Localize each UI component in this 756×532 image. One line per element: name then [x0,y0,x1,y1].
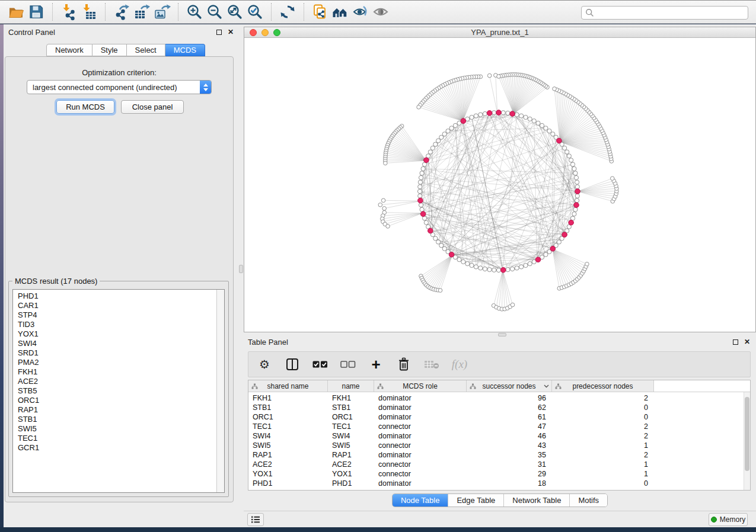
result-list-item[interactable]: GCR1 [13,443,224,453]
select-all-button[interactable] [312,357,328,372]
import-table-button[interactable] [79,2,99,22]
open-session-button[interactable] [6,2,26,22]
cell-mcds_role[interactable]: dominator [374,451,467,459]
table-row[interactable]: ACE2ACE2connector311 [248,460,750,469]
ring-node[interactable] [449,126,454,130]
ring-node[interactable] [424,220,428,225]
show-home-panel-button[interactable] [330,2,350,22]
ring-node[interactable] [563,146,567,150]
ring-node[interactable] [557,240,561,244]
ring-node[interactable] [506,111,510,115]
cell-successor_nodes[interactable]: 43 [467,441,552,450]
cell-mcds_role[interactable]: connector [374,460,467,469]
result-list-item[interactable]: ACE2 [13,377,224,386]
cell-name[interactable]: YOX1 [328,470,374,478]
cell-mcds_role[interactable]: dominator [374,394,467,402]
ring-node[interactable] [446,129,450,133]
ring-node[interactable] [442,132,446,136]
cell-successor_nodes[interactable]: 35 [467,451,552,459]
ring-node[interactable] [524,263,528,267]
mcds-node[interactable] [418,198,423,203]
mcds-result-list[interactable]: PHD1CAR1STP4TID3YOX1SWI4SRD1PMA2FKH1ACE2… [12,289,225,493]
cell-mcds_role[interactable]: dominator [374,432,467,440]
ring-node[interactable] [474,114,478,118]
function-builder-button[interactable]: f(x) [452,357,467,372]
ring-node[interactable] [470,115,474,119]
column-settings-button[interactable]: ⚙ [257,357,272,372]
export-table-button[interactable] [132,2,152,22]
leaf-node[interactable] [438,289,442,293]
ring-node[interactable] [483,111,487,116]
add-row-button[interactable]: + [368,357,384,372]
ring-node[interactable] [453,123,457,127]
run-mcds-button[interactable]: Run MCDS [56,100,114,114]
ring-node[interactable] [540,123,544,127]
float-window-icon[interactable] [733,339,738,345]
ring-node[interactable] [483,267,487,271]
cell-name[interactable]: SWI5 [328,441,374,450]
cell-name[interactable]: RAP1 [328,451,374,459]
float-window-icon[interactable] [216,30,222,35]
cell-successor_nodes[interactable]: 61 [467,413,552,421]
cell-shared_name[interactable]: SWI5 [248,441,328,450]
cell-successor_nodes[interactable]: 18 [467,479,552,488]
mcds-node[interactable] [575,189,580,194]
ring-node[interactable] [501,111,505,115]
cell-successor_nodes[interactable]: 46 [467,432,552,440]
ring-node[interactable] [492,268,496,272]
table-row[interactable]: FKH1FKH1dominator962 [248,393,750,403]
ring-node[interactable] [575,194,579,198]
tab-motifs[interactable]: Motifs [569,494,607,507]
ring-node[interactable] [547,129,551,133]
ring-node[interactable] [420,171,424,175]
ring-node[interactable] [532,119,536,123]
leaf-node[interactable] [381,198,385,203]
ring-node[interactable] [551,132,555,136]
cell-mcds_role[interactable]: connector [374,470,467,478]
ring-node[interactable] [569,158,573,162]
ring-node[interactable] [565,150,569,154]
ring-node[interactable] [479,113,483,117]
close-panel-button[interactable]: Close panel [121,100,184,114]
ring-node[interactable] [574,175,578,180]
leaf-node[interactable] [386,225,390,229]
tab-mcds[interactable]: MCDS [165,44,205,56]
memory-button[interactable]: Memory [709,513,748,526]
cell-mcds_role[interactable]: connector [374,441,467,450]
leaf-node[interactable] [378,203,382,207]
apply-layout-button[interactable] [277,2,298,22]
save-session-button[interactable] [26,2,46,22]
ring-node[interactable] [436,240,441,244]
ring-node[interactable] [442,246,446,251]
result-list-item[interactable]: TID3 [13,320,224,329]
result-list-item[interactable]: FKH1 [13,367,224,377]
show-hide-columns-button[interactable] [285,357,300,372]
ring-node[interactable] [544,252,548,257]
table-row[interactable]: PHD1PHD1dominator180 [248,479,750,488]
ring-node[interactable] [419,203,423,207]
cell-successor_nodes[interactable]: 47 [467,422,552,431]
leaf-node[interactable] [417,105,421,110]
ring-node[interactable] [417,189,422,193]
cell-predecessor_nodes[interactable]: 1 [552,470,654,478]
ring-node[interactable] [528,262,532,266]
ring-node[interactable] [506,268,510,272]
ring-node[interactable] [528,117,532,121]
leaf-node[interactable] [610,177,614,181]
leaf-node[interactable] [497,75,501,79]
result-list-item[interactable]: PHD1 [13,291,224,301]
ring-node[interactable] [487,268,492,272]
search-input[interactable] [594,8,748,18]
ring-node[interactable] [418,180,422,184]
column-header-MCDS-role[interactable]: MCDS role [374,380,467,392]
ring-node[interactable] [457,258,461,262]
mcds-node[interactable] [562,232,567,238]
delete-table-button[interactable] [424,357,439,372]
vertical-splitter[interactable] [238,24,244,511]
ring-node[interactable] [496,268,500,272]
table-row[interactable]: YOX1YOX1connector291 [248,469,750,479]
ring-node[interactable] [510,267,514,271]
cell-mcds_role[interactable]: dominator [374,413,467,421]
cell-predecessor_nodes[interactable]: 2 [552,451,654,459]
close-panel-icon[interactable]: ✕ [228,30,234,35]
